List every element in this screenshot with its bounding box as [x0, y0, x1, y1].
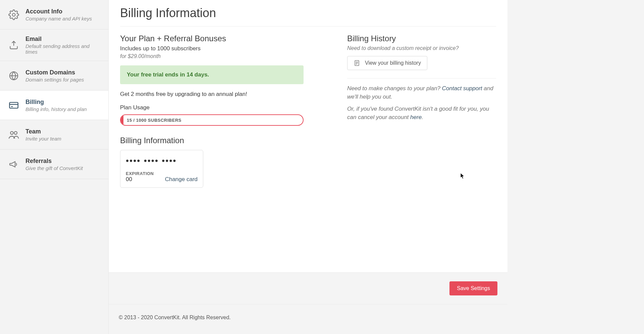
change-card-link[interactable]: Change card [165, 176, 198, 183]
save-settings-button[interactable]: Save Settings [449, 281, 497, 295]
main-content: Billing Information Your Plan + Referral… [109, 0, 507, 334]
trial-alert: Your free trial ends in 14 days. [120, 65, 304, 84]
globe-icon [8, 70, 19, 81]
billing-info-heading: Billing Information [120, 136, 304, 145]
change-plan-prefix: Need to make changes to your plan? [347, 85, 442, 92]
plan-price: for $29.00/month [120, 53, 304, 59]
plan-usage-label: Plan Usage [120, 104, 304, 111]
sidebar-item-team[interactable]: Team Invite your team [0, 120, 108, 150]
sidebar-item-label: Billing [25, 99, 87, 106]
sidebar-item-sublabel: Give the gift of ConvertKit [25, 165, 83, 171]
sidebar-item-sublabel: Company name and API keys [25, 16, 92, 21]
svg-rect-2 [9, 102, 18, 108]
sidebar-item-sublabel: Billing info, history and plan [25, 106, 87, 112]
sidebar-item-label: Email [25, 36, 102, 43]
divider [347, 78, 496, 78]
view-billing-history-label: View your billing history [365, 60, 421, 66]
annual-upsell: Get 2 months free by upgrading to an ann… [120, 91, 304, 98]
plan-heading: Your Plan + Referral Bonuses [120, 34, 304, 43]
card-icon [8, 100, 19, 111]
card-masked-number: •••• •••• •••• [126, 156, 198, 165]
megaphone-icon [8, 159, 19, 170]
cancel-account-paragraph: Or, if you've found ConvertKit isn't a g… [347, 105, 496, 121]
plan-includes: Includes up to 1000 subscribers [120, 45, 304, 52]
sidebar-item-label: Team [25, 128, 61, 135]
sidebar-item-referrals[interactable]: Referrals Give the gift of ConvertKit [0, 150, 108, 179]
page-title: Billing Information [120, 6, 496, 26]
settings-sidebar: Account Info Company name and API keys E… [0, 0, 109, 334]
card-expiration-label: EXPIRATION [126, 171, 154, 176]
cancel-account-link[interactable]: here [410, 114, 422, 120]
actions-bar: Save Settings [109, 272, 507, 304]
sidebar-item-sublabel: Default sending address and times [25, 43, 102, 55]
payment-card-box: •••• •••• •••• EXPIRATION 00 Change card [120, 150, 203, 188]
receipt-icon [354, 60, 360, 66]
card-expiration-value: 00 [126, 176, 154, 183]
svg-point-0 [12, 13, 15, 16]
plan-usage-bar: 15 / 1000 SUBSCRIBERS [120, 114, 304, 126]
change-plan-paragraph: Need to make changes to your plan? Conta… [347, 85, 496, 101]
sidebar-item-sublabel: Domain settings for pages [25, 77, 84, 82]
sidebar-item-billing[interactable]: Billing Billing info, history and plan [0, 91, 108, 120]
sidebar-item-label: Account Info [25, 8, 92, 15]
sidebar-item-account-info[interactable]: Account Info Company name and API keys [0, 0, 108, 30]
view-billing-history-button[interactable]: View your billing history [347, 56, 427, 70]
upload-icon [8, 40, 19, 51]
footer-copyright: © 2013 - 2020 ConvertKit. All Rights Res… [109, 304, 507, 334]
plan-usage-text: 15 / 1000 SUBSCRIBERS [121, 118, 181, 123]
billing-history-heading: Billing History [347, 34, 496, 43]
team-icon [8, 129, 19, 141]
cancel-suffix: . [422, 114, 423, 120]
sidebar-item-custom-domains[interactable]: Custom Domains Domain settings for pages [0, 61, 108, 91]
svg-point-4 [14, 131, 17, 134]
billing-history-sub: Need to download a custom receipt or inv… [347, 45, 496, 51]
gear-icon [8, 9, 19, 20]
sidebar-item-label: Referrals [25, 158, 83, 165]
sidebar-item-email[interactable]: Email Default sending address and times [0, 30, 108, 61]
contact-support-link[interactable]: Contact support [442, 85, 482, 92]
svg-point-3 [10, 131, 13, 134]
sidebar-item-sublabel: Invite your team [25, 136, 61, 142]
sidebar-item-label: Custom Domains [25, 69, 84, 76]
